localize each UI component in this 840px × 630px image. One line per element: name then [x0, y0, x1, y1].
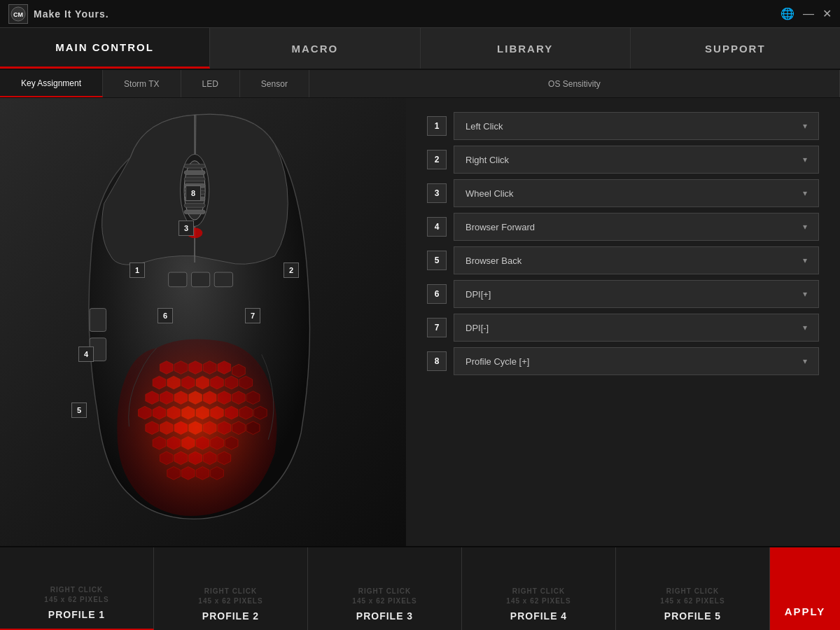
key-row-5: 5 Browser Back ▾: [427, 246, 819, 274]
profile-item-1[interactable]: RIGHT CLICK145 x 62 PIXELS PROFILE 1: [0, 547, 154, 630]
mouse-visual: [42, 105, 350, 525]
badge-5: 5: [71, 402, 87, 418]
app-title: Make It Yours.: [34, 8, 109, 20]
key-row-3: 3 Wheel Click ▾: [427, 179, 819, 207]
svg-rect-11: [184, 204, 205, 208]
app-logo: CM Make It Yours.: [8, 4, 109, 24]
tab-main-control[interactable]: MAIN CONTROL: [0, 28, 210, 69]
minimize-button[interactable]: —: [803, 8, 814, 20]
profile-preview-2: RIGHT CLICK145 x 62 PIXELS: [198, 587, 262, 606]
profile-item-4[interactable]: RIGHT CLICK145 x 62 PIXELS PROFILE 4: [462, 547, 616, 630]
close-button[interactable]: ✕: [822, 7, 832, 20]
svg-text:CM: CM: [13, 11, 23, 18]
key-row-7: 7 DPI[-] ▾: [427, 314, 819, 342]
key-label-1: Left Click: [465, 121, 503, 132]
key-num-2: 2: [427, 150, 447, 169]
key-num-8: 8: [427, 351, 447, 371]
key-row-4: 4 Browser Forward ▾: [427, 213, 819, 241]
chevron-down-icon-7: ▾: [803, 323, 807, 332]
tab-os-sensitivity[interactable]: OS Sensitivity: [309, 70, 840, 97]
key-label-8: Profile Cycle [+]: [465, 356, 529, 367]
key-label-6: DPI[+]: [465, 289, 491, 300]
badge-6: 6: [158, 308, 173, 323]
tab-led[interactable]: LED: [181, 70, 240, 97]
profile-label-1: PROFILE 1: [48, 609, 105, 620]
title-bar: CM Make It Yours. 🌐 — ✕: [0, 0, 840, 28]
profile-item-5[interactable]: RIGHT CLICK145 x 62 PIXELS PROFILE 5: [616, 547, 770, 630]
key-row-1: 1 Left Click ▾: [427, 112, 819, 140]
key-num-4: 4: [427, 217, 447, 237]
key-dropdown-4[interactable]: Browser Forward ▾: [454, 213, 819, 241]
key-row-8: 8 Profile Cycle [+] ▾: [427, 347, 819, 375]
profile-label-5: PROFILE 5: [664, 610, 721, 622]
svg-rect-17: [90, 309, 106, 332]
apply-label: APPLY: [785, 606, 826, 617]
logo-icon: CM: [8, 4, 28, 24]
tab-sensor[interactable]: Sensor: [240, 70, 309, 97]
main-nav: MAIN CONTROL MACRO LIBRARY SUPPORT: [0, 28, 840, 70]
key-num-1: 1: [427, 116, 447, 136]
profile-preview-3: RIGHT CLICK145 x 62 PIXELS: [352, 587, 416, 606]
key-dropdown-7[interactable]: DPI[-] ▾: [454, 314, 819, 342]
chevron-down-icon-1: ▾: [803, 121, 807, 131]
chevron-down-icon-8: ▾: [803, 356, 807, 366]
profile-preview-5: RIGHT CLICK145 x 62 PIXELS: [660, 587, 724, 606]
chevron-down-icon-3: ▾: [803, 188, 807, 198]
key-label-3: Wheel Click: [465, 188, 514, 199]
main-content: 1 2 3 4 5 6 7 8 1 Left Click ▾ 2 Right C…: [0, 98, 840, 546]
key-dropdown-2[interactable]: Right Click ▾: [454, 146, 819, 174]
badge-4: 4: [78, 346, 94, 362]
svg-rect-7: [184, 177, 205, 181]
globe-icon[interactable]: 🌐: [780, 7, 794, 20]
svg-rect-12: [184, 210, 205, 214]
profile-item-3[interactable]: RIGHT CLICK145 x 62 PIXELS PROFILE 3: [308, 547, 462, 630]
key-label-2: Right Click: [465, 155, 509, 165]
chevron-down-icon-2: ▾: [803, 155, 807, 164]
profile-label-4: PROFILE 4: [510, 610, 567, 622]
key-label-4: Browser Forward: [465, 222, 535, 232]
mouse-area: 1 2 3 4 5 6 7 8: [0, 98, 406, 546]
key-label-7: DPI[-]: [465, 323, 489, 333]
profile-preview-4: RIGHT CLICK145 x 62 PIXELS: [506, 587, 570, 606]
svg-rect-16: [214, 272, 232, 287]
profile-item-2[interactable]: RIGHT CLICK145 x 62 PIXELS PROFILE 2: [154, 547, 308, 630]
profile-label-2: PROFILE 2: [202, 610, 259, 622]
tab-macro[interactable]: MACRO: [210, 28, 420, 69]
chevron-down-icon-4: ▾: [803, 222, 807, 232]
badge-1: 1: [130, 262, 145, 278]
tab-storm-tx[interactable]: Storm TX: [103, 70, 181, 97]
key-dropdown-1[interactable]: Left Click ▾: [454, 112, 819, 140]
svg-rect-5: [184, 164, 205, 168]
key-dropdown-3[interactable]: Wheel Click ▾: [454, 179, 819, 207]
badge-3: 3: [178, 220, 194, 236]
profile-bar: RIGHT CLICK145 x 62 PIXELS PROFILE 1 RIG…: [0, 546, 840, 630]
svg-rect-6: [184, 171, 205, 175]
key-dropdown-8[interactable]: Profile Cycle [+] ▾: [454, 347, 819, 375]
key-panel: 1 Left Click ▾ 2 Right Click ▾ 3 Wheel C…: [406, 98, 840, 546]
key-num-6: 6: [427, 284, 447, 304]
profile-preview-1: RIGHT CLICK145 x 62 PIXELS: [44, 585, 108, 605]
key-dropdown-5[interactable]: Browser Back ▾: [454, 246, 819, 274]
tab-key-assignment[interactable]: Key Assignment: [0, 70, 103, 97]
key-row-2: 2 Right Click ▾: [427, 146, 819, 174]
chevron-down-icon-6: ▾: [803, 289, 807, 299]
svg-rect-15: [191, 272, 209, 287]
key-dropdown-6[interactable]: DPI[+] ▾: [454, 280, 819, 308]
sub-nav: Key Assignment Storm TX LED Sensor OS Se…: [0, 70, 840, 98]
badge-2: 2: [284, 262, 299, 278]
key-num-7: 7: [427, 318, 447, 337]
key-row-6: 6 DPI[+] ▾: [427, 280, 819, 308]
tab-support[interactable]: SUPPORT: [631, 28, 840, 69]
badge-8: 8: [186, 186, 201, 201]
apply-button[interactable]: APPLY: [770, 547, 840, 630]
svg-rect-14: [169, 272, 187, 287]
profile-label-3: PROFILE 3: [356, 610, 413, 622]
key-num-3: 3: [427, 183, 447, 203]
window-controls: 🌐 — ✕: [780, 7, 832, 20]
key-num-5: 5: [427, 251, 447, 270]
tab-library[interactable]: LIBRARY: [421, 28, 631, 69]
chevron-down-icon-5: ▾: [803, 255, 807, 265]
key-label-5: Browser Back: [465, 255, 522, 266]
badge-7: 7: [245, 308, 260, 323]
